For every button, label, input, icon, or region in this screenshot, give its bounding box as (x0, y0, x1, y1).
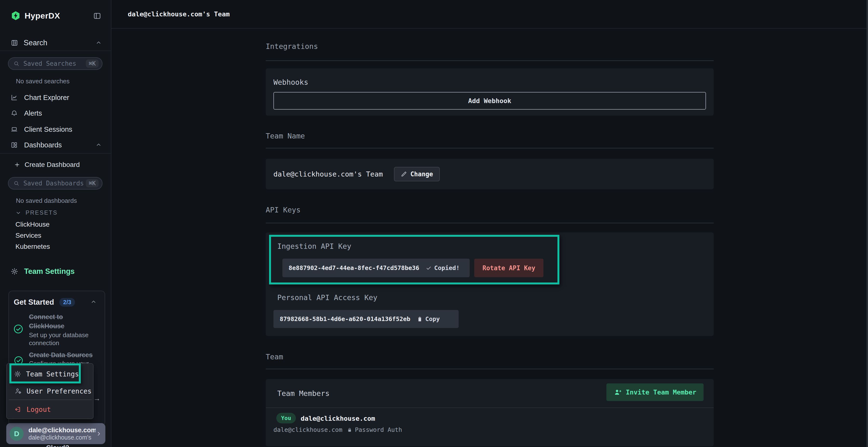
lock-icon (347, 427, 352, 433)
saved-dashboards-placeholder: Saved Dashboards (23, 180, 86, 187)
sidebar-collapse-button[interactable] (93, 12, 101, 20)
menu-divider (9, 400, 92, 400)
sidebar-section-search[interactable]: Search (10, 37, 47, 48)
sidebar-item-label: Alerts (24, 109, 42, 117)
section-title-team-name: Team Name (266, 132, 714, 140)
you-badge: You (276, 413, 296, 423)
invite-button-label: Invite Team Member (626, 388, 696, 396)
menu-item-team-settings[interactable]: Team Settings (14, 367, 79, 381)
dashboard-grid-icon (10, 141, 18, 148)
main-area: dale@clickhouse.com's Team Integrations … (112, 0, 868, 447)
api-keys-card: Ingestion API Key 8e887902-4ed7-44ea-8fe… (266, 232, 714, 336)
app-logo: HyperDX (10, 10, 60, 22)
member-details-row: dale@clickhouse.com Password Auth (273, 426, 402, 433)
section-title-integrations: Integrations (266, 42, 714, 50)
sidebar-item-client-sessions[interactable]: Client Sessions (10, 124, 72, 135)
change-team-name-button[interactable]: Change (394, 167, 440, 181)
presets-label: PRESETS (26, 209, 58, 216)
user-team-name: dale@clickhouse.com's (28, 434, 96, 441)
get-started-collapse-chevron[interactable] (90, 299, 97, 305)
user-gear-icon (14, 387, 22, 395)
sidebar-item-dashboards[interactable]: Dashboards (10, 139, 62, 150)
member-email: dale@clickhouse.com (273, 426, 342, 433)
get-started-progress-badge: 2/3 (59, 298, 75, 307)
sidebar-item-label: Chart Explorer (24, 94, 69, 102)
copy-action[interactable]: Copy (416, 315, 440, 322)
account-menu: Team Settings User Preferences Logout (6, 363, 94, 419)
saved-searches-input[interactable]: Saved Searches ⌘K (8, 57, 102, 70)
preset-kubernetes[interactable]: Kubernetes (16, 242, 50, 251)
gear-icon (10, 268, 18, 275)
scrollbar[interactable] (867, 0, 868, 447)
laptop-icon (10, 126, 18, 133)
user-email: dale@clickhouse.com (28, 426, 96, 434)
search-collapse-chevron[interactable] (95, 40, 102, 46)
sidebar-item-chart-explorer[interactable]: Chart Explorer (10, 92, 69, 103)
chevron-down-icon (16, 210, 21, 215)
chevron-right-icon (96, 431, 102, 437)
plus-icon (14, 162, 20, 168)
menu-item-label: User Preferences (27, 387, 92, 395)
search-icon (13, 61, 20, 67)
personal-api-key-value: 87982668-58b1-4d6e-a620-014a136f52eb (280, 315, 410, 322)
avatar: D (10, 427, 24, 441)
checklist-done-icon (13, 324, 23, 334)
checklist-item-title[interactable]: Create Data Sources (29, 350, 106, 359)
team-members-card: Team Members Invite Team Member You dale… (266, 379, 714, 446)
section-divider (266, 148, 714, 148)
team-settings-link-label: Team Settings (24, 267, 75, 276)
chevron-up-icon (95, 142, 102, 148)
get-started-title: Get Started (14, 298, 54, 307)
app-name: HyperDX (25, 11, 60, 21)
chevron-up-icon (95, 40, 102, 46)
account-button[interactable]: D dale@clickhouse.com dale@clickhouse.co… (6, 423, 105, 444)
team-name-card: dale@clickhouse.com's Team Change (266, 159, 714, 189)
create-dashboard-button[interactable]: Create Dashboard (14, 160, 80, 170)
dashboards-collapse-chevron[interactable] (95, 142, 102, 148)
chart-icon (10, 94, 18, 101)
section-divider (266, 369, 714, 369)
saved-searches-placeholder: Saved Searches (23, 60, 86, 67)
ingestion-api-key-chip[interactable]: 8e887902-4ed7-44ea-8fec-f47cd578be36 Cop… (282, 259, 470, 277)
sidebar-item-team-settings[interactable]: Team Settings (10, 266, 75, 277)
preset-clickhouse[interactable]: ClickHouse (16, 220, 50, 229)
sidebar-divider (0, 153, 111, 153)
page-header: dale@clickhouse.com's Team (112, 0, 868, 29)
preset-services[interactable]: Services (16, 231, 41, 240)
check-icon (426, 265, 432, 271)
sidebar-item-alerts[interactable]: Alerts (10, 108, 42, 119)
sidebar-divider (0, 50, 111, 51)
hyperdx-logo-icon (10, 10, 21, 21)
search-icon (13, 180, 20, 186)
section-title-team: Team (266, 353, 714, 361)
copied-indicator: Copied! (426, 265, 460, 271)
chevron-up-icon (90, 299, 97, 305)
rotate-api-key-button[interactable]: Rotate API Key (474, 259, 544, 277)
search-section-label: Search (24, 38, 47, 47)
menu-item-user-preferences[interactable]: User Preferences (14, 384, 92, 398)
personal-api-key-label: Personal API Access Key (277, 294, 377, 302)
arrow-right-icon[interactable]: → (93, 394, 100, 403)
change-button-label: Change (410, 171, 433, 178)
team-members-heading: Team Members (277, 389, 330, 398)
personal-api-key-chip[interactable]: 87982668-58b1-4d6e-a620-014a136f52eb Cop… (273, 310, 459, 328)
presets-toggle[interactable]: PRESETS (16, 209, 58, 217)
team-name-value: dale@clickhouse.com's Team (273, 170, 383, 178)
ingestion-api-key-label: Ingestion API Key (277, 242, 351, 250)
menu-item-label: Team Settings (26, 370, 79, 378)
search-list-icon (10, 39, 18, 47)
no-saved-searches-note: No saved searches (16, 77, 70, 85)
add-webhook-button[interactable]: Add Webhook (273, 92, 706, 110)
auth-method-label: Password Auth (355, 426, 402, 433)
section-title-api-keys: API Keys (266, 206, 714, 214)
menu-item-logout[interactable]: Logout (14, 403, 51, 416)
sidebar-item-label: Client Sessions (24, 126, 72, 133)
sidebar-item-label: Dashboards (24, 141, 62, 149)
settings-content: Integrations Webhooks Add Webhook Team N… (266, 29, 714, 446)
checklist-item-title[interactable]: Connect to ClickHouse (29, 312, 80, 331)
auth-method: Password Auth (347, 426, 402, 433)
member-name: dale@clickhouse.com (301, 415, 375, 422)
saved-dashboards-input[interactable]: Saved Dashboards ⌘K (8, 177, 102, 190)
ingestion-api-key-value: 8e887902-4ed7-44ea-8fec-f47cd578be36 (289, 265, 419, 271)
invite-team-member-button[interactable]: Invite Team Member (607, 383, 704, 401)
